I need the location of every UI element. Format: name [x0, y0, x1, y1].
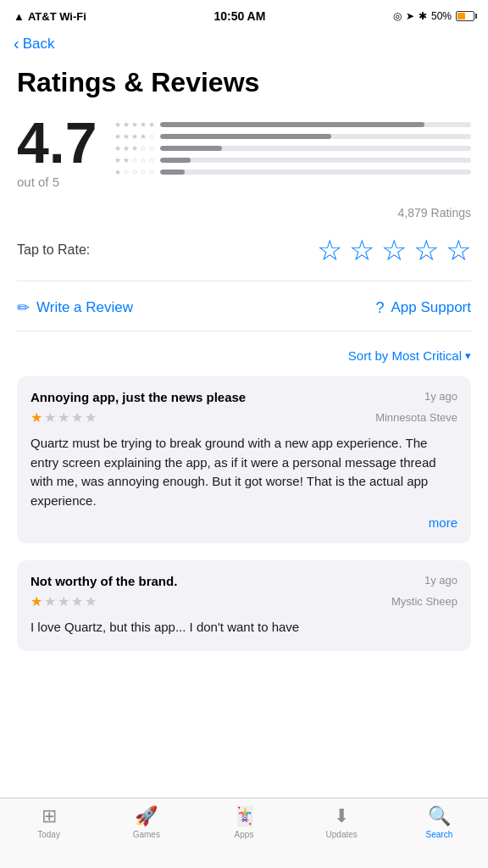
rate-star-3[interactable]: ☆ — [381, 233, 407, 267]
rate-star-1[interactable]: ☆ — [317, 233, 342, 267]
review-card-1: Not worthy of the brand. 1y ago ★★★★★ My… — [17, 560, 471, 651]
bar-row-3: ★★★☆☆ — [114, 144, 471, 153]
filled-star: ★ — [30, 593, 42, 609]
time-display: 10:50 AM — [214, 9, 265, 23]
apps-icon: 🃏 — [233, 805, 256, 827]
review-header: Not worthy of the brand. 1y ago — [30, 574, 458, 588]
write-review-label: Write a Review — [36, 299, 133, 316]
empty-star: ★ — [85, 409, 97, 426]
review-stars: ★★★★★ — [30, 593, 97, 609]
empty-star: ★ — [58, 409, 69, 426]
tap-rate-row: Tap to Rate: ☆ ☆ ☆ ☆ ☆ — [17, 233, 471, 281]
review-more-link[interactable]: more — [30, 515, 458, 530]
arrow-icon: ➤ — [406, 10, 414, 22]
empty-star: ★ — [44, 409, 56, 426]
search-icon: 🔍 — [428, 805, 451, 827]
total-ratings: 4,879 Ratings — [17, 206, 471, 220]
stars-1: ★☆☆☆☆ — [114, 168, 155, 176]
tab-search[interactable]: 🔍 Search — [391, 805, 488, 839]
empty-star: ★ — [85, 593, 97, 609]
empty-star: ★ — [71, 593, 83, 609]
app-support-icon: ? — [375, 299, 384, 317]
sort-chevron-icon: ▾ — [465, 349, 471, 362]
bar-row-4: ★★★★☆ — [114, 132, 471, 141]
bar-track-2 — [160, 158, 471, 163]
review-list: Annoying app, just the news please 1y ag… — [17, 376, 471, 651]
location-icon: ◎ — [393, 10, 402, 22]
app-support-button[interactable]: ? App Support — [375, 299, 471, 317]
battery-percent: 50% — [431, 10, 452, 22]
tab-updates[interactable]: ⬇ Updates — [293, 805, 391, 839]
sort-label: Sort by Most Critical — [348, 348, 462, 363]
bar-track-3 — [160, 146, 471, 151]
rate-star-4[interactable]: ☆ — [413, 233, 439, 267]
games-icon: 🚀 — [135, 805, 158, 827]
review-body: I love Quartz, but this app... I don't w… — [30, 618, 458, 637]
tap-rate-label: Tap to Rate: — [17, 242, 90, 258]
status-right: ◎ ➤ ✱ 50% — [393, 10, 474, 22]
rate-stars[interactable]: ☆ ☆ ☆ ☆ ☆ — [317, 233, 471, 267]
stars-5: ★★★★★ — [114, 120, 155, 129]
bar-row-5: ★★★★★ — [114, 120, 471, 129]
carrier-wifi: ▲ AT&T Wi-Fi — [14, 10, 86, 23]
page-title: Ratings & Reviews — [17, 67, 471, 98]
tab-today[interactable]: ⊞ Today — [0, 805, 97, 839]
review-title: Not worthy of the brand. — [30, 574, 418, 588]
bar-track-1 — [160, 170, 471, 175]
write-review-icon: ✏ — [17, 298, 30, 317]
back-chevron-icon: ‹ — [14, 34, 19, 53]
updates-icon: ⬇ — [334, 805, 349, 827]
tab-apps-label: Apps — [235, 830, 254, 839]
nav-bar: ‹ Back — [0, 31, 488, 60]
tab-today-label: Today — [37, 830, 60, 839]
review-stars-author: ★★★★★ Mystic Sheep — [30, 593, 458, 609]
out-of-label: out of 5 — [17, 175, 59, 189]
bar-row-1: ★☆☆☆☆ — [114, 168, 471, 176]
review-body: Quartz must be trying to break ground wi… — [30, 434, 458, 510]
review-author: Mystic Sheep — [391, 595, 458, 608]
tab-bar: ⊞ Today 🚀 Games 🃏 Apps ⬇ Updates 🔍 Searc… — [0, 798, 488, 868]
bar-track-4 — [160, 134, 471, 139]
tab-games-label: Games — [133, 830, 160, 839]
today-icon: ⊞ — [42, 805, 57, 827]
sort-button[interactable]: Sort by Most Critical ▾ — [348, 348, 471, 363]
rating-score: 4.7 — [17, 114, 97, 171]
review-title: Annoying app, just the news please — [30, 390, 418, 404]
review-stars: ★★★★★ — [30, 409, 97, 426]
bluetooth-icon: ✱ — [419, 10, 427, 22]
tab-updates-label: Updates — [326, 830, 358, 839]
tab-games[interactable]: 🚀 Games — [97, 805, 195, 839]
stars-4: ★★★★☆ — [114, 132, 155, 141]
empty-star: ★ — [44, 593, 56, 609]
back-button[interactable]: ‹ Back — [14, 34, 54, 53]
status-bar: ▲ AT&T Wi-Fi 10:50 AM ◎ ➤ ✱ 50% — [0, 0, 488, 31]
signal-icon: ▲ — [14, 10, 25, 23]
empty-star: ★ — [58, 593, 69, 609]
review-author: Minnesota Steve — [375, 411, 458, 424]
write-review-button[interactable]: ✏ Write a Review — [17, 298, 133, 317]
filled-star: ★ — [30, 409, 42, 426]
stars-2: ★★☆☆☆ — [114, 156, 155, 164]
sort-row: Sort by Most Critical ▾ — [17, 348, 471, 363]
tab-search-label: Search — [426, 830, 453, 839]
rate-star-5[interactable]: ☆ — [446, 233, 471, 267]
back-label: Back — [23, 36, 55, 53]
empty-star: ★ — [71, 409, 83, 426]
rate-star-2[interactable]: ☆ — [349, 233, 374, 267]
bar-track-5 — [160, 122, 471, 127]
stars-3: ★★★☆☆ — [114, 144, 155, 153]
rating-section: 4.7 out of 5 ★★★★★ ★★★★☆ ★★★☆☆ — [17, 114, 471, 189]
main-content: Ratings & Reviews 4.7 out of 5 ★★★★★ ★★★… — [0, 60, 488, 761]
review-time: 1y ago — [424, 390, 458, 403]
tab-apps[interactable]: 🃏 Apps — [195, 805, 292, 839]
review-time: 1y ago — [424, 574, 458, 587]
battery-icon — [456, 11, 474, 21]
review-card-0: Annoying app, just the news please 1y ag… — [17, 376, 471, 543]
bar-row-2: ★★☆☆☆ — [114, 156, 471, 164]
big-rating: 4.7 out of 5 — [17, 114, 97, 189]
action-row: ✏ Write a Review ? App Support — [17, 298, 471, 331]
app-support-label: App Support — [391, 299, 471, 316]
rating-bars: ★★★★★ ★★★★☆ ★★★☆☆ ★★☆☆☆ — [114, 114, 471, 176]
review-stars-author: ★★★★★ Minnesota Steve — [30, 409, 458, 426]
review-header: Annoying app, just the news please 1y ag… — [30, 390, 458, 404]
